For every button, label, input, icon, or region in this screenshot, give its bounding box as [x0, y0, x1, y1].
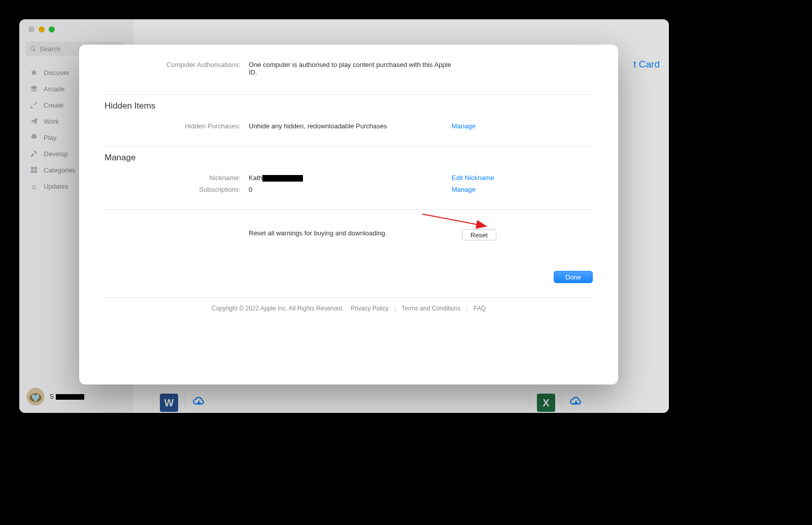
- app-tile-word[interactable]: W: [153, 387, 206, 413]
- user-initial: S: [50, 393, 54, 400]
- search-icon: [29, 45, 37, 52]
- reset-button[interactable]: Reset: [462, 229, 496, 240]
- terms-link[interactable]: Terms and Conditions: [401, 305, 460, 312]
- minimize-window-button[interactable]: [39, 26, 45, 32]
- sidebar-item-label: Work: [44, 118, 59, 125]
- avatar-nest-icon: [27, 388, 44, 406]
- user-avatar: [26, 388, 45, 406]
- redacted-text: [56, 394, 84, 400]
- edit-nickname-link[interactable]: Edit Nickname: [452, 174, 494, 182]
- sidebar-item-label: Arcade: [44, 85, 64, 93]
- word-app-icon: W: [153, 387, 185, 413]
- section-heading: Manage: [105, 153, 593, 163]
- sidebar-item-label: Develop: [44, 150, 68, 158]
- row-label: Hidden Purchases:: [105, 122, 249, 130]
- search-placeholder: Search: [40, 45, 60, 53]
- faq-link[interactable]: FAQ: [473, 305, 486, 312]
- manage-hidden-link[interactable]: Manage: [452, 122, 476, 130]
- app-tile-excel[interactable]: X: [530, 387, 583, 413]
- hammer-icon: [29, 149, 39, 158]
- sidebar-item-label: Updates: [44, 183, 68, 190]
- row-label: Nickname:: [105, 174, 249, 182]
- sidebar-item-label: Play: [44, 134, 56, 142]
- paperplane-icon: [29, 117, 39, 126]
- brush-icon: [29, 100, 39, 110]
- copyright-text: Copyright © 2022 Apple Inc. All Rights R…: [212, 305, 344, 312]
- nickname-text: Kath: [249, 174, 262, 182]
- account-settings-modal: Computer Authorisations: One computer is…: [79, 45, 618, 384]
- download-cloud-icon[interactable]: [569, 395, 583, 410]
- word-letter: W: [160, 394, 178, 412]
- section-heading: Hidden Items: [105, 101, 593, 111]
- gift-card-link-fragment[interactable]: t Card: [633, 59, 660, 70]
- row-value: Unhide any hidden, redownloadable Purcha…: [249, 122, 452, 130]
- svg-point-4: [33, 397, 38, 401]
- arcade-icon: [29, 84, 39, 93]
- row-value: One computer is authorised to play conte…: [249, 61, 452, 76]
- window-controls: [19, 19, 132, 32]
- privacy-policy-link[interactable]: Privacy Policy: [351, 305, 389, 312]
- section-authorisations: Computer Authorisations: One computer is…: [105, 59, 593, 78]
- redacted-text: [262, 175, 303, 182]
- sidebar-item-label: Categories: [44, 166, 76, 174]
- reset-description: Reset all warnings for buying and downlo…: [249, 229, 462, 237]
- excel-letter: X: [537, 394, 555, 412]
- sidebar-item-label: Discover: [44, 69, 70, 77]
- row-label: Subscriptions:: [105, 186, 249, 193]
- manage-subscriptions-link[interactable]: Manage: [452, 186, 476, 193]
- done-button[interactable]: Done: [554, 271, 593, 283]
- download-icon: [29, 182, 39, 191]
- grid-icon: [29, 165, 39, 174]
- sidebar-item-label: Create: [44, 101, 63, 109]
- download-cloud-icon[interactable]: [192, 395, 206, 410]
- user-name: S: [50, 393, 84, 400]
- subscriptions-count: 0: [249, 186, 452, 193]
- section-manage: Manage Nickname: Kath Edit Nickname Subs…: [105, 153, 593, 195]
- background-app-row: W X: [153, 387, 649, 413]
- close-window-button[interactable]: [28, 26, 35, 32]
- excel-app-icon: X: [530, 387, 562, 413]
- star-icon: [29, 68, 39, 77]
- fullscreen-window-button[interactable]: [49, 26, 55, 32]
- modal-footer: Copyright © 2022 Apple Inc. All Rights R…: [105, 297, 593, 312]
- rocket-icon: [29, 133, 39, 142]
- modal-actions: Done: [105, 260, 593, 297]
- nickname-value: Kath: [249, 174, 452, 182]
- section-hidden-items: Hidden Items Hidden Purchases: Unhide an…: [105, 101, 593, 132]
- sidebar-user[interactable]: S: [19, 382, 132, 413]
- row-label: Computer Authorisations:: [105, 61, 249, 68]
- section-reset: Reset all warnings for buying and downlo…: [105, 210, 593, 242]
